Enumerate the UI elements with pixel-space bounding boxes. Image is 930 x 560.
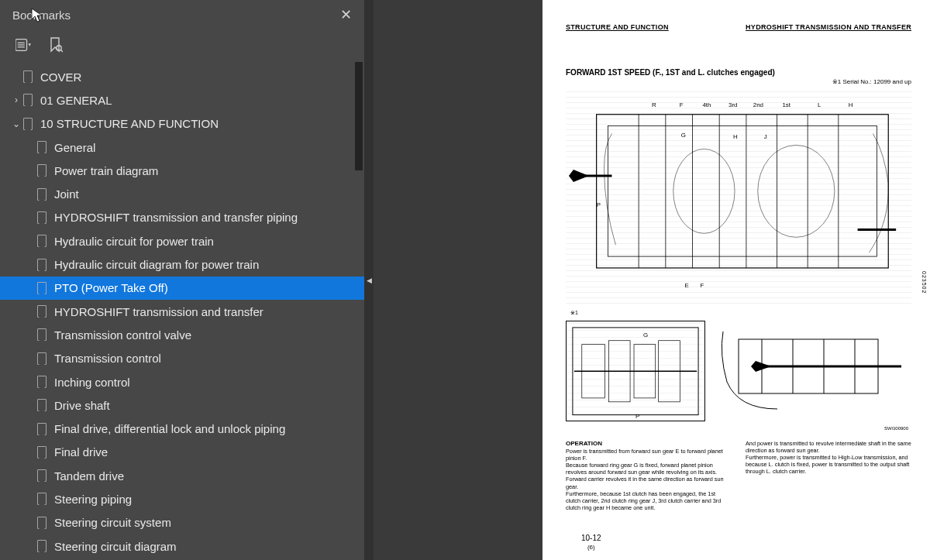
operation-text: OPERATION Power is transmitted from forw… <box>566 440 911 511</box>
bookmark-label: Hydraulic circuit for power train <box>54 235 214 248</box>
diagram-svg: RF 4th3rd 2nd1st LH GHJ EF P <box>566 91 911 307</box>
svg-text:G: G <box>681 132 686 139</box>
bookmark-icon <box>23 118 33 130</box>
page-number: 10-12 (6) <box>581 534 601 551</box>
svg-text:H: H <box>733 133 738 140</box>
svg-text:J: J <box>764 133 767 140</box>
bookmark-item[interactable]: Final drive, differential lock and unloc… <box>0 417 364 440</box>
bookmark-item[interactable]: Final drive <box>0 441 364 464</box>
svg-text:G: G <box>643 332 648 338</box>
svg-text:1st: 1st <box>782 101 790 108</box>
bookmark-label: Joint <box>54 187 79 201</box>
svg-text:H: H <box>849 101 853 108</box>
bookmark-icon <box>37 188 46 201</box>
bookmark-label: PTO (Power Take Off) <box>54 281 168 294</box>
svg-point-34 <box>673 149 735 233</box>
bookmark-label: Final drive <box>54 445 108 459</box>
bookmark-item[interactable]: ›01 GENERAL <box>0 88 364 112</box>
svg-marker-18 <box>569 170 589 182</box>
bookmark-label: Inching control <box>54 376 130 389</box>
svg-text:4th: 4th <box>702 101 711 108</box>
bookmark-label: 01 GENERAL <box>40 94 112 107</box>
bookmark-item[interactable]: PTO (Power Take Off) <box>0 277 364 300</box>
bookmark-icon <box>37 399 46 411</box>
svg-text:L: L <box>818 101 822 108</box>
document-viewport[interactable]: STRUCTURE AND FUNCTION HYDROSHIFT TRANSM… <box>374 0 930 560</box>
sidebar-title: Bookmarks <box>12 9 334 22</box>
page-header-right: HYDROSHIFT TRANSMISSION AND TRANSFER <box>746 23 911 31</box>
diagram-code: SWG00900 <box>566 426 911 431</box>
svg-text:2nd: 2nd <box>753 101 763 108</box>
bookmark-label: Transmission control <box>54 352 161 365</box>
transmission-diagram: RF 4th3rd 2nd1st LH GHJ EF P <box>566 91 911 308</box>
side-code: 023502 <box>921 271 927 294</box>
bookmark-label: 10 STRUCTURE AND FUNCTION <box>40 117 219 130</box>
svg-rect-6 <box>597 115 889 268</box>
bookmark-label: COVER <box>40 70 81 84</box>
bookmark-icon <box>37 164 46 177</box>
bookmark-item[interactable]: Transmission control <box>0 347 364 370</box>
svg-text:P: P <box>636 413 639 420</box>
bookmark-item[interactable]: Drive shaft <box>0 393 364 417</box>
twisty-icon[interactable]: ⌄ <box>9 119 23 129</box>
bookmark-item[interactable]: Transmission control valve <box>0 323 364 346</box>
bookmark-item[interactable]: Steering piping <box>0 487 364 510</box>
bookmark-icon <box>37 352 46 365</box>
bookmark-item[interactable]: Steering circuit system <box>0 511 364 534</box>
svg-text:F: F <box>680 101 684 108</box>
svg-point-35 <box>758 145 835 237</box>
find-bookmark-icon[interactable] <box>48 37 64 53</box>
twisty-icon[interactable]: › <box>9 94 23 105</box>
page-subtitle: FORWARD 1ST SPEED (F., 1ST and L. clutch… <box>566 68 911 77</box>
bookmark-item[interactable]: COVER <box>0 65 364 88</box>
bookmark-icon <box>37 540 46 552</box>
panel-collapse-handle[interactable]: ◀ <box>364 0 374 560</box>
bookmark-item[interactable]: Power train diagram <box>0 159 364 182</box>
bookmark-item[interactable]: ⌄10 STRUCTURE AND FUNCTION <box>0 112 364 136</box>
operation-col1: Power is transmitted from forward sun ge… <box>566 448 732 511</box>
bookmark-item[interactable]: Tandem drive <box>0 464 364 487</box>
svg-text:F: F <box>700 282 704 289</box>
bookmarks-tree: COVER›01 GENERAL⌄10 STRUCTURE AND FUNCTI… <box>0 60 364 560</box>
inset-diagram: G P <box>566 321 705 421</box>
bookmark-item[interactable]: Hydraulic circuit for power train <box>0 229 364 253</box>
bookmark-label: General <box>54 141 95 154</box>
bookmark-label: Transmission control valve <box>54 328 191 342</box>
bookmark-icon <box>37 328 46 341</box>
bookmark-item[interactable]: Hydraulic circuit diagram for power trai… <box>0 253 364 276</box>
bookmark-label: HYDROSHIFT transmission and transfer <box>54 305 264 318</box>
bookmark-item[interactable]: HYDROSHIFT transmission and transfer <box>0 300 364 323</box>
bookmark-icon <box>37 469 46 482</box>
scrollbar[interactable] <box>353 60 364 556</box>
close-icon[interactable]: ✕ <box>334 3 358 26</box>
pdf-page: STRUCTURE AND FUNCTION HYDROSHIFT TRANSM… <box>542 0 930 560</box>
bookmark-icon <box>37 282 46 294</box>
svg-marker-50 <box>751 361 771 372</box>
inset-svg: G P <box>567 321 704 421</box>
bookmark-label: Final drive, differential lock and unloc… <box>54 422 285 435</box>
bookmark-icon <box>23 94 33 106</box>
bookmark-item[interactable]: Joint <box>0 182 364 205</box>
scroll-thumb[interactable] <box>355 62 363 170</box>
bookmark-label: Hydraulic circuit diagram for power trai… <box>54 258 259 271</box>
bookmark-item[interactable]: Steering circuit diagram <box>0 534 364 558</box>
options-menu-icon[interactable] <box>16 37 31 53</box>
operation-title: OPERATION <box>566 440 732 448</box>
bookmarks-toolbar <box>0 29 364 60</box>
bookmark-item[interactable]: General <box>0 136 364 159</box>
svg-text:3rd: 3rd <box>728 101 737 108</box>
bookmark-label: Power train diagram <box>54 164 158 177</box>
bookmark-icon <box>37 423 46 435</box>
bookmark-icon <box>37 305 46 318</box>
bookmark-label: Steering circuit diagram <box>54 540 177 553</box>
bookmark-icon <box>37 141 46 153</box>
bookmark-label: Drive shaft <box>54 399 110 412</box>
bookmark-label: Steering circuit system <box>54 516 171 529</box>
svg-rect-7 <box>608 126 877 256</box>
bookmark-icon <box>37 493 46 505</box>
svg-text:P: P <box>597 201 601 208</box>
svg-line-5 <box>61 50 64 53</box>
svg-text:R: R <box>652 101 656 108</box>
bookmark-item[interactable]: Inching control <box>0 370 364 393</box>
bookmark-item[interactable]: HYDROSHIFT transmission and transfer pip… <box>0 206 364 229</box>
